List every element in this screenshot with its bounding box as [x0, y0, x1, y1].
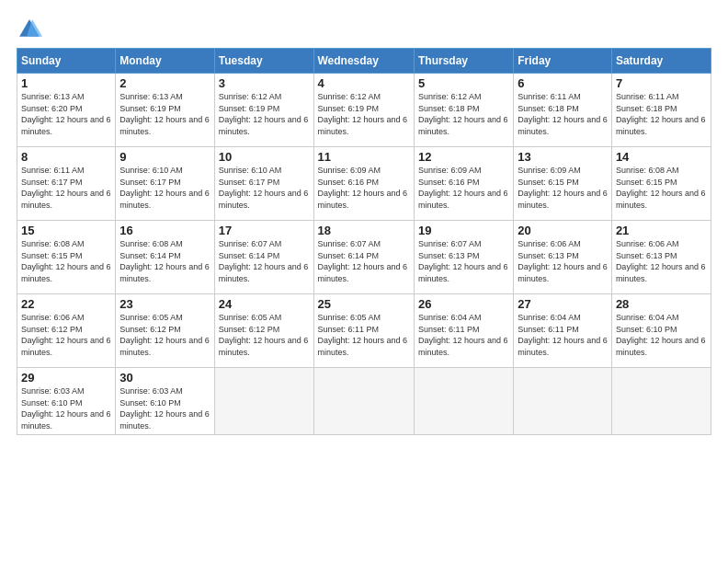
- day-number: 14: [616, 150, 707, 164]
- day-number: 3: [219, 76, 310, 90]
- day-number: 25: [318, 297, 410, 311]
- calendar-day-cell: 4Sunrise: 6:12 AMSunset: 6:19 PMDaylight…: [313, 74, 414, 147]
- calendar-day-cell: [514, 368, 612, 435]
- day-number: 16: [119, 224, 210, 237]
- day-number: 5: [418, 76, 509, 90]
- day-info: Sunrise: 6:07 AMSunset: 6:14 PMDaylight:…: [219, 238, 310, 284]
- day-info: Sunrise: 6:04 AMSunset: 6:11 PMDaylight:…: [418, 312, 509, 358]
- day-info: Sunrise: 6:10 AMSunset: 6:17 PMDaylight:…: [119, 165, 210, 211]
- day-info: Sunrise: 6:06 AMSunset: 6:13 PMDaylight:…: [518, 238, 608, 284]
- day-number: 22: [21, 297, 111, 311]
- day-number: 29: [21, 371, 111, 385]
- calendar-day-cell: 8Sunrise: 6:11 AMSunset: 6:17 PMDaylight…: [17, 147, 116, 221]
- day-number: 13: [518, 150, 608, 164]
- day-number: 24: [219, 297, 310, 311]
- calendar-day-cell: 7Sunrise: 6:11 AMSunset: 6:18 PMDaylight…: [611, 74, 711, 147]
- day-info: Sunrise: 6:05 AMSunset: 6:11 PMDaylight:…: [318, 312, 410, 358]
- day-number: 10: [219, 150, 310, 164]
- day-info: Sunrise: 6:03 AMSunset: 6:10 PMDaylight:…: [21, 385, 111, 431]
- calendar-day-cell: 13Sunrise: 6:09 AMSunset: 6:15 PMDayligh…: [514, 147, 612, 221]
- day-info: Sunrise: 6:06 AMSunset: 6:13 PMDaylight:…: [616, 238, 707, 284]
- calendar-table: SundayMondayTuesdayWednesdayThursdayFrid…: [17, 48, 711, 435]
- calendar-day-cell: 24Sunrise: 6:05 AMSunset: 6:12 PMDayligh…: [214, 294, 313, 368]
- day-number: 21: [616, 224, 707, 237]
- calendar-day-cell: 23Sunrise: 6:05 AMSunset: 6:12 PMDayligh…: [116, 294, 214, 368]
- calendar-day-cell: 27Sunrise: 6:04 AMSunset: 6:11 PMDayligh…: [514, 294, 612, 368]
- day-info: Sunrise: 6:11 AMSunset: 6:18 PMDaylight:…: [518, 91, 608, 137]
- day-info: Sunrise: 6:05 AMSunset: 6:12 PMDaylight:…: [119, 312, 210, 358]
- day-header-wednesday: Wednesday: [313, 49, 414, 74]
- calendar-week-row: 29Sunrise: 6:03 AMSunset: 6:10 PMDayligh…: [17, 368, 711, 435]
- calendar-day-cell: 6Sunrise: 6:11 AMSunset: 6:18 PMDaylight…: [514, 74, 612, 147]
- calendar-day-cell: 18Sunrise: 6:07 AMSunset: 6:14 PMDayligh…: [313, 221, 414, 294]
- day-info: Sunrise: 6:09 AMSunset: 6:15 PMDaylight:…: [518, 165, 608, 211]
- calendar-day-cell: 11Sunrise: 6:09 AMSunset: 6:16 PMDayligh…: [313, 147, 414, 221]
- day-header-thursday: Thursday: [414, 49, 513, 74]
- calendar-day-cell: 30Sunrise: 6:03 AMSunset: 6:10 PMDayligh…: [116, 368, 214, 435]
- calendar-day-cell: 22Sunrise: 6:06 AMSunset: 6:12 PMDayligh…: [17, 294, 116, 368]
- calendar-week-row: 8Sunrise: 6:11 AMSunset: 6:17 PMDaylight…: [17, 147, 711, 221]
- day-info: Sunrise: 6:13 AMSunset: 6:20 PMDaylight:…: [21, 91, 111, 137]
- calendar-week-row: 1Sunrise: 6:13 AMSunset: 6:20 PMDaylight…: [17, 74, 711, 147]
- day-info: Sunrise: 6:07 AMSunset: 6:14 PMDaylight:…: [318, 238, 410, 284]
- day-header-saturday: Saturday: [611, 49, 711, 74]
- calendar-day-cell: 9Sunrise: 6:10 AMSunset: 6:17 PMDaylight…: [116, 147, 214, 221]
- day-number: 26: [418, 297, 509, 311]
- day-info: Sunrise: 6:12 AMSunset: 6:19 PMDaylight:…: [318, 91, 410, 137]
- calendar-day-cell: 19Sunrise: 6:07 AMSunset: 6:13 PMDayligh…: [414, 221, 513, 294]
- calendar-week-row: 22Sunrise: 6:06 AMSunset: 6:12 PMDayligh…: [17, 294, 711, 368]
- day-info: Sunrise: 6:11 AMSunset: 6:18 PMDaylight:…: [616, 91, 707, 137]
- day-number: 19: [418, 224, 509, 237]
- page-container: SundayMondayTuesdayWednesdayThursdayFrid…: [0, 0, 728, 444]
- calendar-day-cell: [313, 368, 414, 435]
- calendar-day-cell: 29Sunrise: 6:03 AMSunset: 6:10 PMDayligh…: [17, 368, 116, 435]
- day-info: Sunrise: 6:06 AMSunset: 6:12 PMDaylight:…: [21, 312, 111, 358]
- calendar-day-cell: 28Sunrise: 6:04 AMSunset: 6:10 PMDayligh…: [611, 294, 711, 368]
- day-number: 9: [119, 150, 210, 164]
- day-info: Sunrise: 6:11 AMSunset: 6:17 PMDaylight:…: [21, 165, 111, 211]
- day-number: 11: [318, 150, 410, 164]
- day-info: Sunrise: 6:04 AMSunset: 6:11 PMDaylight:…: [518, 312, 608, 358]
- calendar-header-row: SundayMondayTuesdayWednesdayThursdayFrid…: [17, 49, 711, 74]
- calendar-day-cell: 17Sunrise: 6:07 AMSunset: 6:14 PMDayligh…: [214, 221, 313, 294]
- calendar-day-cell: 2Sunrise: 6:13 AMSunset: 6:19 PMDaylight…: [116, 74, 214, 147]
- day-info: Sunrise: 6:09 AMSunset: 6:16 PMDaylight:…: [418, 165, 509, 211]
- calendar-day-cell: 5Sunrise: 6:12 AMSunset: 6:18 PMDaylight…: [414, 74, 513, 147]
- header: [17, 17, 711, 42]
- day-number: 30: [119, 371, 210, 385]
- calendar-day-cell: 21Sunrise: 6:06 AMSunset: 6:13 PMDayligh…: [611, 221, 711, 294]
- day-number: 18: [318, 224, 410, 237]
- logo: [17, 17, 46, 42]
- calendar-day-cell: 1Sunrise: 6:13 AMSunset: 6:20 PMDaylight…: [17, 74, 116, 147]
- day-number: 12: [418, 150, 509, 164]
- calendar-day-cell: 16Sunrise: 6:08 AMSunset: 6:14 PMDayligh…: [116, 221, 214, 294]
- calendar-day-cell: [214, 368, 313, 435]
- day-info: Sunrise: 6:07 AMSunset: 6:13 PMDaylight:…: [418, 238, 509, 284]
- calendar-day-cell: 26Sunrise: 6:04 AMSunset: 6:11 PMDayligh…: [414, 294, 513, 368]
- day-header-tuesday: Tuesday: [214, 49, 313, 74]
- day-number: 8: [21, 150, 111, 164]
- day-number: 2: [119, 76, 210, 90]
- day-number: 27: [518, 297, 608, 311]
- calendar-day-cell: [414, 368, 513, 435]
- day-info: Sunrise: 6:12 AMSunset: 6:19 PMDaylight:…: [219, 91, 310, 137]
- day-info: Sunrise: 6:13 AMSunset: 6:19 PMDaylight:…: [119, 91, 210, 137]
- day-number: 28: [616, 297, 707, 311]
- calendar-day-cell: 15Sunrise: 6:08 AMSunset: 6:15 PMDayligh…: [17, 221, 116, 294]
- calendar-day-cell: 14Sunrise: 6:08 AMSunset: 6:15 PMDayligh…: [611, 147, 711, 221]
- day-number: 20: [518, 224, 608, 237]
- day-number: 17: [219, 224, 310, 237]
- logo-icon: [17, 17, 42, 42]
- day-info: Sunrise: 6:09 AMSunset: 6:16 PMDaylight:…: [318, 165, 410, 211]
- day-info: Sunrise: 6:05 AMSunset: 6:12 PMDaylight:…: [219, 312, 310, 358]
- day-info: Sunrise: 6:08 AMSunset: 6:15 PMDaylight:…: [21, 238, 111, 284]
- calendar-day-cell: 25Sunrise: 6:05 AMSunset: 6:11 PMDayligh…: [313, 294, 414, 368]
- day-info: Sunrise: 6:12 AMSunset: 6:18 PMDaylight:…: [418, 91, 509, 137]
- calendar-day-cell: 12Sunrise: 6:09 AMSunset: 6:16 PMDayligh…: [414, 147, 513, 221]
- day-info: Sunrise: 6:03 AMSunset: 6:10 PMDaylight:…: [119, 385, 210, 431]
- day-header-friday: Friday: [514, 49, 612, 74]
- calendar-day-cell: [611, 368, 711, 435]
- day-info: Sunrise: 6:10 AMSunset: 6:17 PMDaylight:…: [219, 165, 310, 211]
- calendar-week-row: 15Sunrise: 6:08 AMSunset: 6:15 PMDayligh…: [17, 221, 711, 294]
- day-info: Sunrise: 6:04 AMSunset: 6:10 PMDaylight:…: [616, 312, 707, 358]
